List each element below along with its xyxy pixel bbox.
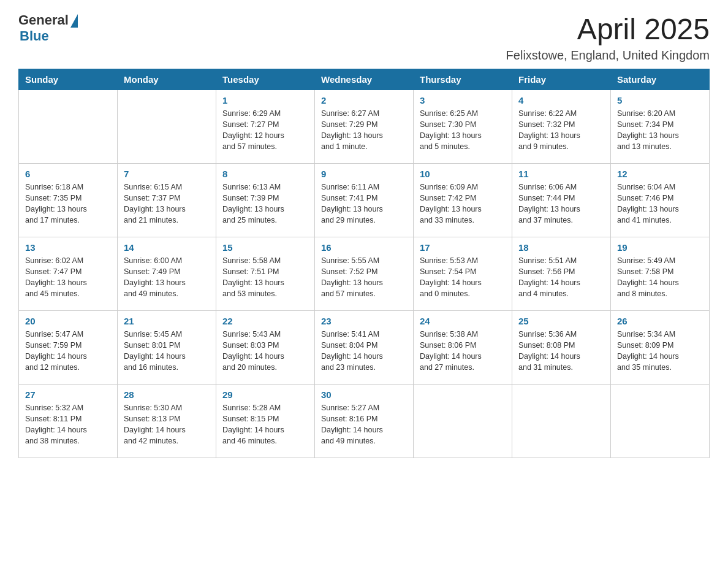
calendar-day-header: Sunday <box>19 69 118 90</box>
calendar-cell: 18Sunrise: 5:51 AMSunset: 7:56 PMDayligh… <box>512 237 611 311</box>
calendar-cell: 15Sunrise: 5:58 AMSunset: 7:51 PMDayligh… <box>216 237 315 311</box>
day-info: Sunrise: 5:32 AMSunset: 8:11 PMDaylight:… <box>25 402 111 447</box>
calendar-cell <box>19 90 118 164</box>
day-number: 17 <box>420 242 506 253</box>
day-number: 9 <box>321 169 407 179</box>
calendar-cell: 7Sunrise: 6:15 AMSunset: 7:37 PMDaylight… <box>118 164 216 237</box>
day-number: 22 <box>222 316 308 326</box>
day-number: 5 <box>617 95 703 105</box>
day-number: 12 <box>617 169 703 179</box>
day-number: 3 <box>420 95 506 105</box>
day-info: Sunrise: 6:09 AMSunset: 7:42 PMDaylight:… <box>420 182 506 226</box>
calendar-cell: 28Sunrise: 5:30 AMSunset: 8:13 PMDayligh… <box>118 385 216 458</box>
day-number: 18 <box>518 242 604 253</box>
calendar-cell <box>611 385 710 458</box>
calendar-cell: 24Sunrise: 5:38 AMSunset: 8:06 PMDayligh… <box>414 311 512 385</box>
day-number: 25 <box>518 316 604 326</box>
day-info: Sunrise: 5:28 AMSunset: 8:15 PMDaylight:… <box>222 402 308 447</box>
calendar-cell: 27Sunrise: 5:32 AMSunset: 8:11 PMDayligh… <box>19 385 118 458</box>
day-info: Sunrise: 5:47 AMSunset: 7:59 PMDaylight:… <box>25 329 111 373</box>
calendar-cell: 1Sunrise: 6:29 AMSunset: 7:27 PMDaylight… <box>216 90 315 164</box>
calendar-cell: 21Sunrise: 5:45 AMSunset: 8:01 PMDayligh… <box>118 311 216 385</box>
day-info: Sunrise: 5:41 AMSunset: 8:04 PMDaylight:… <box>321 329 407 373</box>
day-info: Sunrise: 6:15 AMSunset: 7:37 PMDaylight:… <box>124 182 210 226</box>
day-info: Sunrise: 6:29 AMSunset: 7:27 PMDaylight:… <box>222 108 308 153</box>
calendar-cell: 13Sunrise: 6:02 AMSunset: 7:47 PMDayligh… <box>19 237 118 311</box>
day-info: Sunrise: 5:55 AMSunset: 7:52 PMDaylight:… <box>321 255 407 300</box>
subtitle: Felixstowe, England, United Kingdom <box>506 48 710 63</box>
calendar-week-row: 1Sunrise: 6:29 AMSunset: 7:27 PMDaylight… <box>19 90 710 164</box>
logo: General Blue <box>18 12 78 44</box>
day-info: Sunrise: 5:45 AMSunset: 8:01 PMDaylight:… <box>124 329 210 373</box>
day-number: 13 <box>25 242 111 253</box>
calendar-body: 1Sunrise: 6:29 AMSunset: 7:27 PMDaylight… <box>19 90 710 458</box>
calendar-cell: 5Sunrise: 6:20 AMSunset: 7:34 PMDaylight… <box>611 90 710 164</box>
calendar-cell: 17Sunrise: 5:53 AMSunset: 7:54 PMDayligh… <box>414 237 512 311</box>
calendar-cell: 22Sunrise: 5:43 AMSunset: 8:03 PMDayligh… <box>216 311 315 385</box>
calendar-header-row: SundayMondayTuesdayWednesdayThursdayFrid… <box>19 69 710 90</box>
day-info: Sunrise: 6:04 AMSunset: 7:46 PMDaylight:… <box>617 182 703 226</box>
day-info: Sunrise: 5:34 AMSunset: 8:09 PMDaylight:… <box>617 329 703 373</box>
calendar-cell: 30Sunrise: 5:27 AMSunset: 8:16 PMDayligh… <box>315 385 414 458</box>
day-info: Sunrise: 6:13 AMSunset: 7:39 PMDaylight:… <box>222 182 308 226</box>
day-number: 11 <box>518 169 604 179</box>
day-number: 30 <box>321 389 407 400</box>
calendar-cell: 29Sunrise: 5:28 AMSunset: 8:15 PMDayligh… <box>216 385 315 458</box>
day-number: 24 <box>420 316 506 326</box>
calendar-cell: 11Sunrise: 6:06 AMSunset: 7:44 PMDayligh… <box>512 164 611 237</box>
day-info: Sunrise: 5:36 AMSunset: 8:08 PMDaylight:… <box>518 329 604 373</box>
calendar-cell: 3Sunrise: 6:25 AMSunset: 7:30 PMDaylight… <box>414 90 512 164</box>
calendar-day-header: Thursday <box>414 69 512 90</box>
day-info: Sunrise: 6:00 AMSunset: 7:49 PMDaylight:… <box>124 255 210 300</box>
day-info: Sunrise: 5:58 AMSunset: 7:51 PMDaylight:… <box>222 255 308 300</box>
calendar-header: SundayMondayTuesdayWednesdayThursdayFrid… <box>19 69 710 90</box>
day-number: 19 <box>617 242 703 253</box>
day-info: Sunrise: 5:43 AMSunset: 8:03 PMDaylight:… <box>222 329 308 373</box>
logo-general-text: General <box>18 12 69 28</box>
calendar-cell <box>414 385 512 458</box>
day-number: 27 <box>25 389 111 400</box>
logo-blue-text: Blue <box>20 28 49 44</box>
day-info: Sunrise: 6:25 AMSunset: 7:30 PMDaylight:… <box>420 108 506 153</box>
logo-triangle-icon <box>70 14 78 28</box>
calendar-cell <box>512 385 611 458</box>
day-number: 1 <box>222 95 308 105</box>
calendar-week-row: 27Sunrise: 5:32 AMSunset: 8:11 PMDayligh… <box>19 385 710 458</box>
page-header: General Blue April 2025 Felixstowe, Engl… <box>18 12 710 63</box>
day-info: Sunrise: 5:27 AMSunset: 8:16 PMDaylight:… <box>321 402 407 447</box>
day-number: 7 <box>124 169 210 179</box>
calendar-cell: 16Sunrise: 5:55 AMSunset: 7:52 PMDayligh… <box>315 237 414 311</box>
day-info: Sunrise: 6:11 AMSunset: 7:41 PMDaylight:… <box>321 182 407 226</box>
calendar-cell: 26Sunrise: 5:34 AMSunset: 8:09 PMDayligh… <box>611 311 710 385</box>
calendar-week-row: 20Sunrise: 5:47 AMSunset: 7:59 PMDayligh… <box>19 311 710 385</box>
day-info: Sunrise: 6:18 AMSunset: 7:35 PMDaylight:… <box>25 182 111 226</box>
calendar-cell: 6Sunrise: 6:18 AMSunset: 7:35 PMDaylight… <box>19 164 118 237</box>
calendar-cell: 8Sunrise: 6:13 AMSunset: 7:39 PMDaylight… <box>216 164 315 237</box>
calendar-cell: 10Sunrise: 6:09 AMSunset: 7:42 PMDayligh… <box>414 164 512 237</box>
day-info: Sunrise: 5:51 AMSunset: 7:56 PMDaylight:… <box>518 255 604 300</box>
day-info: Sunrise: 5:30 AMSunset: 8:13 PMDaylight:… <box>124 402 210 447</box>
day-info: Sunrise: 6:20 AMSunset: 7:34 PMDaylight:… <box>617 108 703 153</box>
day-info: Sunrise: 6:27 AMSunset: 7:29 PMDaylight:… <box>321 108 407 153</box>
day-number: 4 <box>518 95 604 105</box>
calendar-day-header: Monday <box>118 69 216 90</box>
calendar-week-row: 13Sunrise: 6:02 AMSunset: 7:47 PMDayligh… <box>19 237 710 311</box>
calendar-cell: 4Sunrise: 6:22 AMSunset: 7:32 PMDaylight… <box>512 90 611 164</box>
calendar-cell: 14Sunrise: 6:00 AMSunset: 7:49 PMDayligh… <box>118 237 216 311</box>
calendar-day-header: Friday <box>512 69 611 90</box>
day-number: 8 <box>222 169 308 179</box>
day-number: 15 <box>222 242 308 253</box>
main-title: April 2025 <box>506 12 710 46</box>
calendar-week-row: 6Sunrise: 6:18 AMSunset: 7:35 PMDaylight… <box>19 164 710 237</box>
day-number: 28 <box>124 389 210 400</box>
calendar-cell: 19Sunrise: 5:49 AMSunset: 7:58 PMDayligh… <box>611 237 710 311</box>
title-section: April 2025 Felixstowe, England, United K… <box>506 12 710 63</box>
calendar-day-header: Wednesday <box>315 69 414 90</box>
day-info: Sunrise: 5:53 AMSunset: 7:54 PMDaylight:… <box>420 255 506 300</box>
calendar-day-header: Tuesday <box>216 69 315 90</box>
calendar-cell: 20Sunrise: 5:47 AMSunset: 7:59 PMDayligh… <box>19 311 118 385</box>
day-number: 10 <box>420 169 506 179</box>
day-number: 21 <box>124 316 210 326</box>
day-info: Sunrise: 6:22 AMSunset: 7:32 PMDaylight:… <box>518 108 604 153</box>
day-info: Sunrise: 5:38 AMSunset: 8:06 PMDaylight:… <box>420 329 506 373</box>
